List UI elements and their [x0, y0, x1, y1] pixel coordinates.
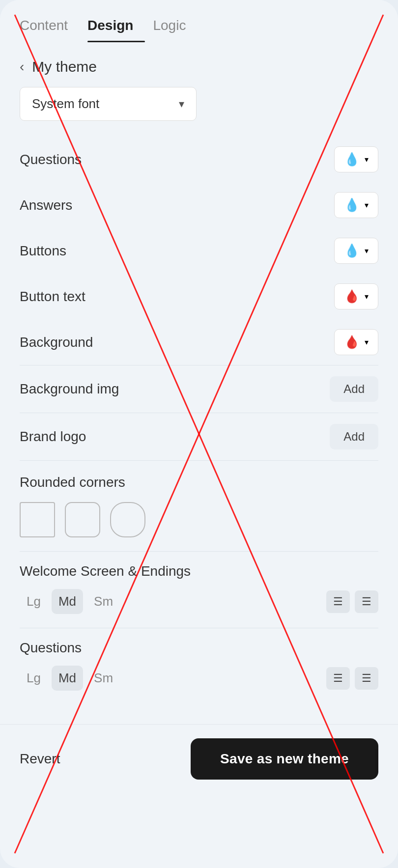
buttons-color-drop-icon: 💧 — [344, 243, 360, 258]
welcome-size-align-row: Lg Md Sm ☰ ☰ — [20, 589, 378, 628]
font-selector-container: System font ▾ — [20, 87, 378, 121]
font-dropdown[interactable]: System font ▾ — [20, 87, 197, 121]
questions-size-lg[interactable]: Lg — [20, 666, 48, 691]
welcome-size-lg[interactable]: Lg — [20, 589, 48, 614]
answers-color-picker[interactable]: 💧 ▾ — [334, 192, 378, 218]
brand-logo-row: Brand logo Add — [0, 413, 398, 460]
questions-align-group: ☰ ☰ — [326, 667, 378, 690]
questions-color-drop-icon: 💧 — [344, 152, 360, 167]
font-selected-label: System font — [32, 96, 99, 112]
background-img-row: Background img Add — [0, 365, 398, 413]
brand-logo-add-button[interactable]: Add — [330, 424, 378, 449]
answers-color-row: Answers 💧 ▾ — [0, 182, 398, 228]
background-img-add-button[interactable]: Add — [330, 376, 378, 402]
tab-bar: Content Design Logic — [0, 0, 398, 43]
rounded-corners-title: Rounded corners — [0, 461, 398, 498]
save-as-new-theme-button[interactable]: Save as new theme — [191, 738, 378, 780]
questions-align-center[interactable]: ☰ — [355, 667, 378, 690]
welcome-align-group: ☰ ☰ — [326, 590, 378, 613]
answers-chevron-icon: ▾ — [365, 200, 369, 210]
corner-sharp-option[interactable] — [20, 502, 55, 537]
welcome-size-group: Lg Md Sm — [20, 589, 120, 614]
bottom-bar: Revert Save as new theme — [0, 724, 398, 799]
welcome-screen-section: Welcome Screen & Endings Lg Md Sm ☰ ☰ — [0, 552, 398, 628]
tab-content[interactable]: Content — [20, 18, 80, 42]
theme-header: ‹ My theme — [0, 43, 398, 83]
questions-align-left[interactable]: ☰ — [326, 667, 350, 690]
questions-chevron-icon: ▾ — [365, 155, 369, 164]
welcome-size-md[interactable]: Md — [52, 589, 83, 614]
back-button[interactable]: ‹ — [20, 59, 24, 75]
background-img-label: Background img — [20, 381, 119, 397]
questions-label: Questions — [20, 152, 82, 168]
questions-size-group: Lg Md Sm — [20, 666, 120, 691]
button-text-color-row: Button text 🩸 ▾ — [0, 274, 398, 319]
background-chevron-icon: ▾ — [365, 337, 369, 347]
welcome-align-center[interactable]: ☰ — [355, 590, 378, 613]
welcome-align-left[interactable]: ☰ — [326, 590, 350, 613]
button-text-color-picker[interactable]: 🩸 ▾ — [334, 283, 378, 309]
corner-options — [0, 498, 398, 551]
tab-design[interactable]: Design — [87, 18, 145, 42]
buttons-label: Buttons — [20, 243, 66, 259]
corner-round-option[interactable] — [110, 502, 145, 537]
button-text-drop-icon: 🩸 — [344, 289, 360, 304]
buttons-color-row: Buttons 💧 ▾ — [0, 228, 398, 274]
buttons-color-picker[interactable]: 💧 ▾ — [334, 238, 378, 264]
questions-size-md[interactable]: Md — [52, 666, 83, 691]
background-color-picker[interactable]: 🩸 ▾ — [334, 329, 378, 355]
tab-logic[interactable]: Logic — [153, 18, 198, 42]
answers-color-drop-icon: 💧 — [344, 197, 360, 213]
welcome-size-sm[interactable]: Sm — [87, 589, 120, 614]
corner-medium-option[interactable] — [65, 502, 100, 537]
questions-section-title: Questions — [20, 640, 378, 656]
theme-title: My theme — [32, 58, 97, 75]
chevron-down-icon: ▾ — [179, 98, 184, 111]
welcome-screen-title: Welcome Screen & Endings — [20, 563, 378, 579]
questions-color-picker[interactable]: 💧 ▾ — [334, 146, 378, 172]
background-drop-icon: 🩸 — [344, 335, 360, 350]
buttons-chevron-icon: ▾ — [365, 246, 369, 255]
questions-color-row: Questions 💧 ▾ — [0, 137, 398, 182]
button-text-chevron-icon: ▾ — [365, 292, 369, 301]
brand-logo-label: Brand logo — [20, 429, 86, 445]
design-panel: Content Design Logic ‹ My theme System f… — [0, 0, 398, 799]
button-text-label: Button text — [20, 289, 85, 305]
rounded-corners-section: Rounded corners — [0, 461, 398, 551]
questions-size-sm[interactable]: Sm — [87, 666, 120, 691]
phone-container: Content Design Logic ‹ My theme System f… — [0, 0, 398, 868]
background-label: Background — [20, 335, 93, 350]
background-color-row: Background 🩸 ▾ — [0, 319, 398, 365]
questions-size-align-row: Lg Md Sm ☰ ☰ — [20, 666, 378, 704]
answers-label: Answers — [20, 197, 72, 213]
questions-section: Questions Lg Md Sm ☰ ☰ — [0, 628, 398, 704]
revert-button[interactable]: Revert — [20, 751, 60, 767]
